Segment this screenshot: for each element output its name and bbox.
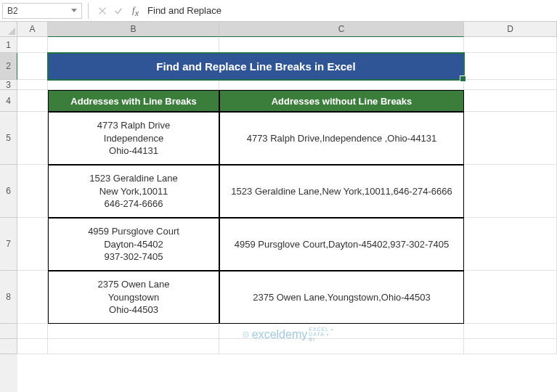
row-header-blank-9[interactable] (0, 339, 17, 354)
cell-A7[interactable] (17, 218, 48, 271)
data-cell-c8[interactable]: 2375 Owen Lane,Youngstown,Ohio-44503 (219, 271, 464, 324)
cell-A8[interactable] (17, 271, 48, 324)
column-headers-row: ABCD (0, 22, 557, 37)
header-col-c[interactable]: Addresses without Line Breaks (219, 90, 464, 112)
cell-A2[interactable] (17, 53, 48, 80)
data-cell-c7[interactable]: 4959 Pursglove Court,Dayton-45402,937-30… (219, 218, 464, 271)
header-col-b[interactable]: Addresses with Line Breaks (48, 90, 219, 112)
cell-A4[interactable] (17, 90, 48, 112)
data-cell-b7[interactable]: 4959 Pursglove Court Dayton-45402 937-30… (48, 218, 219, 271)
row-headers: 12345678 (0, 37, 17, 392)
row-header-2[interactable]: 2 (0, 53, 17, 80)
watermark-brand: exceldemy (252, 328, 307, 341)
cell-B1[interactable] (48, 37, 219, 53)
select-all-corner[interactable] (0, 22, 17, 37)
watermark-sub: EXCEL • DATA • BI (309, 327, 336, 342)
header-c-text: Addresses without Line Breaks (272, 96, 412, 107)
row-header-5[interactable]: 5 (0, 112, 17, 165)
watermark-logo-icon (243, 328, 249, 341)
formula-bar-row: B2 fx (0, 0, 557, 22)
col-header-C[interactable]: C (219, 22, 464, 37)
cell-B10[interactable] (48, 339, 219, 354)
cancel-icon[interactable] (94, 3, 110, 19)
cell-D1[interactable] (464, 37, 557, 53)
data-cell-b8[interactable]: 2375 Owen Lane Youngstown Ohio-44503 (48, 271, 219, 324)
row-header-7[interactable]: 7 (0, 218, 17, 271)
cell-B9[interactable] (48, 324, 219, 339)
sheet-area: 12345678 Find and Replace Line Breaks in… (0, 37, 557, 392)
cell-D2[interactable] (464, 53, 557, 80)
cell-A1[interactable] (17, 37, 48, 53)
data-cell-c5[interactable]: 4773 Ralph Drive,Independence ,Ohio-4413… (219, 112, 464, 165)
row-header-8[interactable]: 8 (0, 271, 17, 324)
cell-A3[interactable] (17, 80, 48, 90)
col-header-B[interactable]: B (48, 22, 219, 37)
data-cell-c6[interactable]: 1523 Geraldine Lane,New York,10011,646-2… (219, 165, 464, 218)
column-headers: ABCD (17, 22, 557, 37)
cell-D4[interactable] (464, 90, 557, 112)
title-text: Find and Replace Line Breaks in Excel (156, 60, 355, 73)
row-header-3[interactable]: 3 (0, 80, 17, 90)
cell-D10[interactable] (464, 339, 557, 354)
name-box-value: B2 (7, 6, 71, 16)
row-header-blank-8[interactable] (0, 324, 17, 339)
col-header-D[interactable]: D (464, 22, 557, 37)
row-header-1[interactable]: 1 (0, 37, 17, 53)
row-header-4[interactable]: 4 (0, 90, 17, 112)
col-header-A[interactable]: A (17, 22, 48, 37)
header-b-text: Addresses with Line Breaks (70, 96, 196, 107)
cell-D5[interactable] (464, 112, 557, 165)
cell-D7[interactable] (464, 218, 557, 271)
watermark: exceldemy EXCEL • DATA • BI (243, 327, 336, 342)
cell-D6[interactable] (464, 165, 557, 218)
cell-B3[interactable] (48, 80, 219, 90)
fx-icon[interactable]: fx (132, 4, 139, 17)
cell-A9[interactable] (17, 324, 48, 339)
cell-D3[interactable] (464, 80, 557, 90)
data-cell-b6[interactable]: 1523 Geraldine Lane New York,10011 646-2… (48, 165, 219, 218)
name-box[interactable]: B2 (2, 3, 82, 19)
cell-C3[interactable] (219, 80, 464, 90)
data-cell-b5[interactable]: 4773 Ralph Drive Independence Ohio-44131 (48, 112, 219, 165)
cell-D9[interactable] (464, 324, 557, 339)
cell-C1[interactable] (219, 37, 464, 53)
row-header-6[interactable]: 6 (0, 165, 17, 218)
enter-icon[interactable] (110, 3, 126, 19)
cell-A5[interactable] (17, 112, 48, 165)
cell-A6[interactable] (17, 165, 48, 218)
cell-A10[interactable] (17, 339, 48, 354)
dropdown-arrow-icon[interactable] (71, 9, 77, 12)
divider (88, 3, 89, 19)
cell-D8[interactable] (464, 271, 557, 324)
formula-bar-input[interactable] (142, 3, 557, 19)
title-cell[interactable]: Find and Replace Line Breaks in Excel (48, 53, 464, 80)
